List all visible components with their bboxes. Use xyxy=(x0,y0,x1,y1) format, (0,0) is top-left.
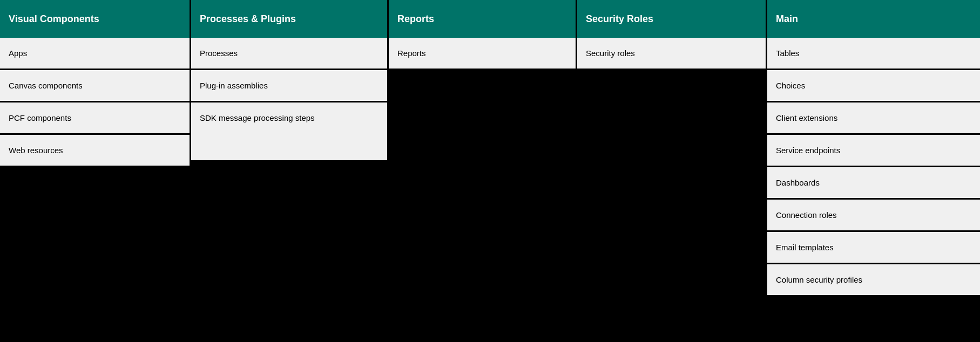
column-item-main-3[interactable]: Service endpoints xyxy=(767,135,980,167)
column-processes-plugins: Processes & PluginsProcessesPlug-in asse… xyxy=(191,0,389,342)
column-item-main-4[interactable]: Dashboards xyxy=(767,167,980,200)
column-rest-main xyxy=(767,297,980,342)
column-item-main-1[interactable]: Choices xyxy=(767,70,980,102)
column-reports: ReportsReports xyxy=(389,0,577,342)
column-item-processes-plugins-2[interactable]: SDK message processing steps xyxy=(191,102,387,162)
column-header-security-roles: Security Roles xyxy=(577,0,766,38)
column-main: MainTablesChoicesClient extensionsServic… xyxy=(767,0,980,342)
column-visual-components: Visual ComponentsAppsCanvas componentsPC… xyxy=(0,0,191,342)
column-item-processes-plugins-0[interactable]: Processes xyxy=(191,38,387,70)
column-item-main-5[interactable]: Connection roles xyxy=(767,200,980,232)
column-rest-security-roles xyxy=(577,70,766,342)
column-item-visual-components-3[interactable]: Web resources xyxy=(0,135,190,167)
column-item-main-7[interactable]: Column security profiles xyxy=(767,264,980,297)
column-item-main-0[interactable]: Tables xyxy=(767,38,980,70)
column-header-processes-plugins: Processes & Plugins xyxy=(191,0,387,38)
column-item-processes-plugins-1[interactable]: Plug-in assemblies xyxy=(191,70,387,102)
column-rest-processes-plugins xyxy=(191,162,387,342)
column-header-main: Main xyxy=(767,0,980,38)
column-rest-visual-components xyxy=(0,167,190,342)
column-header-visual-components: Visual Components xyxy=(0,0,190,38)
column-item-main-6[interactable]: Email templates xyxy=(767,232,980,264)
main-grid: Visual ComponentsAppsCanvas componentsPC… xyxy=(0,0,980,342)
column-security-roles: Security RolesSecurity roles xyxy=(577,0,767,342)
column-item-visual-components-1[interactable]: Canvas components xyxy=(0,70,190,102)
column-item-visual-components-2[interactable]: PCF components xyxy=(0,102,190,135)
column-header-reports: Reports xyxy=(389,0,576,38)
column-item-security-roles-0[interactable]: Security roles xyxy=(577,38,766,70)
column-item-visual-components-0[interactable]: Apps xyxy=(0,38,190,70)
column-rest-reports xyxy=(389,70,576,342)
column-item-main-2[interactable]: Client extensions xyxy=(767,102,980,135)
column-item-reports-0[interactable]: Reports xyxy=(389,38,576,70)
